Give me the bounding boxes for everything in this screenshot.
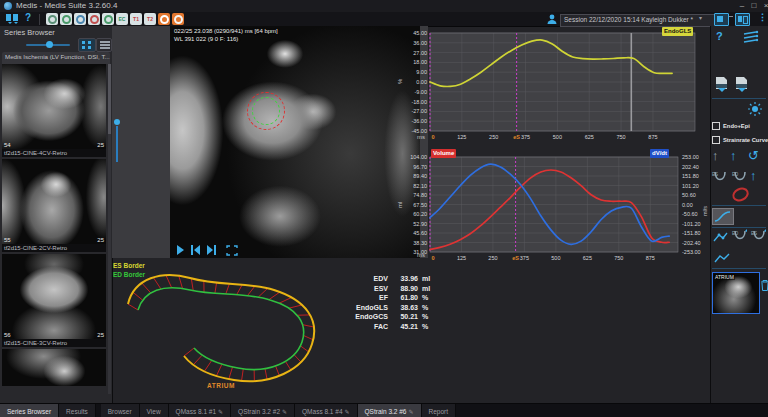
atrium-thumbnail-label: ATRIUM xyxy=(714,274,735,280)
strainrate-checkbox[interactable] xyxy=(712,136,720,144)
svg-text:875: 875 xyxy=(646,255,655,261)
svg-text:101.20: 101.20 xyxy=(682,183,699,189)
maximize-button[interactable]: □ xyxy=(748,0,760,11)
edit-points-icon[interactable] xyxy=(712,230,729,244)
app-icon-7[interactable]: T1 xyxy=(130,13,142,25)
chevron-down-icon: ▾ xyxy=(699,14,702,21)
series-thumbnail[interactable]: 5425tf2d15-CINE-4CV-Retro xyxy=(2,64,106,157)
study-tab[interactable]: Medis Ischemia (LV Function, DSI, T... xyxy=(2,52,110,64)
ed-contour-icon[interactable]: ED xyxy=(731,170,749,185)
series-thumbnail[interactable]: 5525tf2d15-CINE-2CV-Retro xyxy=(2,159,106,252)
thumbnail-size-slider-handle[interactable] xyxy=(46,41,53,48)
sigmoid-curve-button[interactable] xyxy=(712,208,734,225)
playback-controls xyxy=(176,245,238,256)
overflow-menu-icon[interactable]: ⋮ xyxy=(758,12,767,22)
app-icon-3[interactable] xyxy=(74,13,86,25)
volume-chip[interactable]: Volume xyxy=(431,149,456,158)
es-redetect-icon[interactable]: ES xyxy=(750,229,768,244)
frame-count: 25 xyxy=(97,142,104,148)
roi-contour-green[interactable] xyxy=(252,97,280,125)
export-avi-icon[interactable] xyxy=(714,76,730,93)
svg-text:96.70: 96.70 xyxy=(413,164,427,170)
app-icon-8[interactable]: T2 xyxy=(144,13,156,25)
tab-qmass-8-1-1[interactable]: QMass 8.1 #1✎ xyxy=(169,404,232,417)
svg-text:-27.00: -27.00 xyxy=(411,108,427,114)
tab-qstrain-3-2-6[interactable]: QStrain 3.2 #6✎ xyxy=(358,404,422,417)
svg-text:-101.20: -101.20 xyxy=(682,221,701,227)
play-button[interactable] xyxy=(176,245,185,256)
layout-split-button[interactable] xyxy=(735,13,750,26)
es-contour-icon[interactable]: ES xyxy=(711,170,729,185)
atrium-analysis-thumbnail[interactable]: ATRIUM xyxy=(712,272,760,314)
previous-frame-button[interactable] xyxy=(190,245,201,256)
layers-icon[interactable] xyxy=(742,30,760,44)
tab-browser[interactable]: Browser xyxy=(101,404,140,417)
export-image-icon[interactable] xyxy=(734,76,750,93)
brightness-contrast-icon[interactable] xyxy=(748,102,762,116)
svg-text:0: 0 xyxy=(431,134,434,140)
fit-to-view-button[interactable] xyxy=(226,245,238,256)
toolbar-separator xyxy=(39,14,40,25)
app-icon-2[interactable] xyxy=(60,13,72,25)
tab-qmass-8-1-4[interactable]: QMass 8.1 #4✎ xyxy=(295,404,358,417)
app-icon-6[interactable]: EC xyxy=(116,13,128,25)
svg-text:500: 500 xyxy=(551,255,560,261)
series-name: tf2d15-CINE-3CV-Retro xyxy=(2,339,106,347)
grid-view-button[interactable] xyxy=(78,38,96,52)
tab-view[interactable]: View xyxy=(140,404,169,417)
series-scrollbar-thumb[interactable] xyxy=(108,64,111,134)
svg-text:52.90: 52.90 xyxy=(413,221,427,227)
app-icon-1[interactable] xyxy=(46,13,58,25)
close-button[interactable]: × xyxy=(760,0,768,11)
layout-columns-icon[interactable] xyxy=(5,13,21,25)
list-view-button[interactable] xyxy=(96,38,112,52)
series-thumbnail[interactable] xyxy=(2,349,106,386)
minimize-button[interactable]: – xyxy=(736,0,748,11)
user-icon[interactable] xyxy=(546,13,558,25)
app-icon-4[interactable] xyxy=(88,13,100,25)
tab-results[interactable]: Results xyxy=(59,404,96,417)
help-icon[interactable]: ? xyxy=(25,12,31,23)
measurement-results: EDV33.96mlESV88.90mlEF61.80%EndoGLS38.63… xyxy=(332,274,438,331)
svg-text:202.40: 202.40 xyxy=(682,164,699,170)
tab-qstrain-3-2-2[interactable]: QStrain 3.2 #2✎ xyxy=(231,404,295,417)
svg-text:104.00: 104.00 xyxy=(410,154,427,160)
svg-text:-253.00: -253.00 xyxy=(682,249,701,255)
export-up-gray-icon[interactable]: ↑ xyxy=(712,148,719,163)
svg-text:45.00: 45.00 xyxy=(413,30,427,36)
measurement-row: EDV33.96ml xyxy=(332,274,438,284)
undo-icon[interactable]: ↺ xyxy=(748,148,759,163)
pencil-icon: ✎ xyxy=(282,408,287,415)
propagate-up-icon[interactable]: ↑ xyxy=(750,168,757,183)
endo-epi-label: Endo+Epi xyxy=(723,123,750,129)
app-icon-5[interactable] xyxy=(102,13,114,25)
frame-count: 25 xyxy=(97,237,104,243)
mri-image[interactable] xyxy=(170,26,420,258)
endogls-chip[interactable]: EndoGLS xyxy=(662,27,693,36)
app-icon-10[interactable] xyxy=(172,13,184,25)
atrium-contour-plot[interactable]: ATRIUM xyxy=(112,258,344,400)
svg-text:67.50: 67.50 xyxy=(413,202,427,208)
endo-epi-checkbox[interactable] xyxy=(712,122,720,130)
panel-divider xyxy=(712,268,766,269)
medis-suite-window: Medis - Medis Suite 3.2.60.4 – □ × ? ECT… xyxy=(0,0,768,417)
layout-single-button[interactable] xyxy=(714,13,729,26)
delete-icon[interactable] xyxy=(761,280,768,291)
ed-redetect-icon[interactable]: ED xyxy=(731,229,749,244)
frame-slider-track[interactable] xyxy=(116,126,118,162)
frame-slider-handle[interactable] xyxy=(114,119,120,125)
series-thumbnail-image xyxy=(2,349,106,386)
export-up-blue-icon[interactable]: ↑ xyxy=(730,148,737,163)
medis-logo-icon xyxy=(4,2,12,10)
series-thumbnail[interactable]: 5625tf2d15-CINE-3CV-Retro xyxy=(2,254,106,347)
curve-chart-icon[interactable] xyxy=(714,252,731,265)
app-icon-9[interactable] xyxy=(158,13,170,25)
tab-report[interactable]: Report xyxy=(422,404,457,417)
svg-text:750: 750 xyxy=(614,255,623,261)
y-axis-label-mls: ml/s xyxy=(702,206,708,216)
tab-series-browser[interactable]: Series Browser xyxy=(0,404,59,417)
dvdt-chip[interactable]: dV/dt xyxy=(650,149,669,158)
svg-text:60.20: 60.20 xyxy=(413,211,427,217)
help-icon-panel[interactable]: ? xyxy=(716,30,723,42)
next-frame-button[interactable] xyxy=(206,245,217,256)
